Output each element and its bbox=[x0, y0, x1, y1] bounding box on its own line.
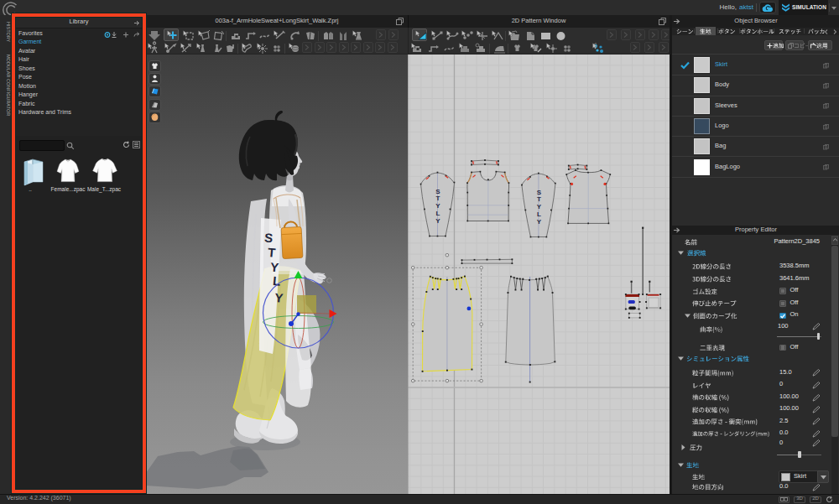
svg-text:T: T bbox=[537, 195, 541, 203]
svg-text:L: L bbox=[272, 273, 281, 288]
svg-text:S: S bbox=[263, 231, 273, 246]
svg-text:L: L bbox=[537, 210, 541, 218]
svg-text:Y: Y bbox=[435, 217, 440, 225]
svg-text:L: L bbox=[436, 210, 440, 217]
svg-text:S: S bbox=[537, 189, 542, 196]
svg-text:Y: Y bbox=[269, 260, 279, 275]
svg-text:Y: Y bbox=[435, 202, 440, 210]
svg-text:Y: Y bbox=[537, 218, 542, 226]
svg-text:Y: Y bbox=[274, 290, 284, 305]
svg-text:Y: Y bbox=[537, 203, 542, 210]
svg-text:S: S bbox=[435, 188, 440, 195]
svg-text:T: T bbox=[436, 195, 440, 202]
svg-text:T: T bbox=[267, 245, 276, 260]
